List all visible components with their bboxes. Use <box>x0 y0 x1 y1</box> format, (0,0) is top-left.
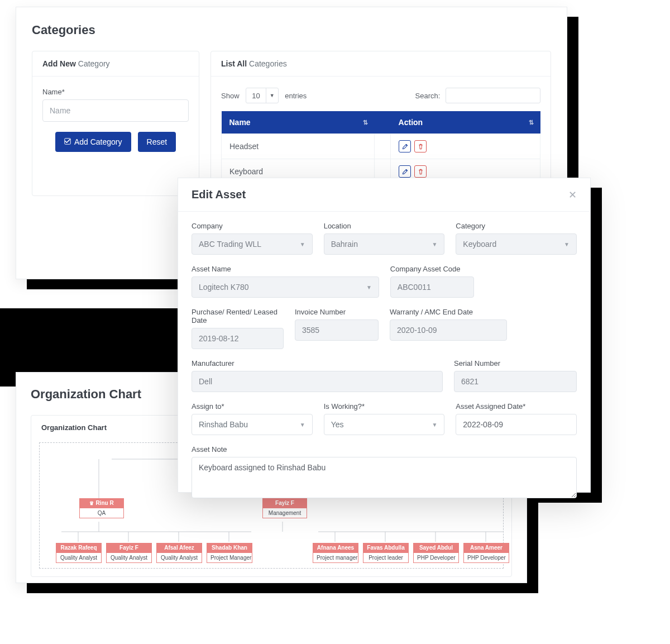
chevron-down-icon: ▼ <box>300 422 305 428</box>
chevron-down-icon: ▼ <box>366 284 372 290</box>
add-category-label: Add Category <box>74 137 122 146</box>
asset-note-label: Asset Note <box>192 445 577 454</box>
name-label: Name* <box>42 88 189 96</box>
cell-action <box>391 134 540 159</box>
chevron-down-icon: ▼ <box>432 422 437 428</box>
trash-icon[interactable] <box>414 140 427 152</box>
warranty-label: Warranty / AMC End Date <box>390 308 507 316</box>
add-new-category-card: Add New Category Name* Add Category Rese… <box>32 51 199 196</box>
purchase-date-input[interactable] <box>192 328 284 349</box>
cell-name: Headset <box>222 134 375 159</box>
th-action[interactable]: Action ⇅ <box>391 111 540 134</box>
th-name[interactable]: Name ⇅ <box>222 111 375 134</box>
org-node[interactable]: Afnana AneesProject manager <box>313 543 358 563</box>
asset-code-label: Company Asset Code <box>390 265 474 273</box>
close-icon[interactable]: ✕ <box>568 189 577 201</box>
category-select[interactable]: Keyboard▼ <box>456 233 577 255</box>
sort-icon: ⇅ <box>363 119 368 126</box>
table-row: Headset <box>222 134 540 159</box>
list-all-card-header: List All Categories <box>211 51 551 77</box>
show-label: Show <box>221 92 240 100</box>
asset-name-label: Asset Name <box>192 265 379 273</box>
company-label: Company <box>192 222 313 230</box>
assigned-date-input[interactable] <box>456 414 577 435</box>
is-working-label: Is Working?* <box>324 402 445 411</box>
crown-icon: ♛ <box>89 500 94 506</box>
edit-asset-title: Edit Asset <box>192 188 246 201</box>
add-new-card-header: Add New Category <box>32 51 199 77</box>
assign-to-select[interactable]: Rinshad Babu▼ <box>192 414 313 435</box>
manufacturer-label: Manufacturer <box>192 359 443 368</box>
org-node[interactable]: Afsal AfeezQuality Analyst <box>156 543 202 563</box>
entries-select[interactable]: 10 ▼ <box>246 88 278 103</box>
asset-note-textarea[interactable] <box>192 457 577 498</box>
warranty-input[interactable] <box>390 319 507 341</box>
edit-icon[interactable] <box>399 165 411 178</box>
asset-name-select[interactable]: Logitech K780▼ <box>192 276 379 298</box>
trash-icon[interactable] <box>414 165 427 178</box>
categories-title: Categories <box>32 23 551 37</box>
edit-asset-modal: Edit Asset ✕ Company ABC Trading WLL▼ Lo… <box>178 178 591 493</box>
search-input[interactable] <box>446 88 540 103</box>
search-control: Search: <box>415 88 540 103</box>
name-input[interactable] <box>42 99 189 122</box>
serial-input[interactable] <box>454 371 577 392</box>
location-label: Location <box>324 222 445 230</box>
add-category-button[interactable]: Add Category <box>55 132 131 152</box>
chevron-down-icon: ▼ <box>564 241 570 247</box>
chevron-down-icon: ▼ <box>432 241 437 247</box>
list-all-categories-card: List All Categories Show 10 ▼ entries Se… <box>210 51 551 196</box>
company-select[interactable]: ABC Trading WLL▼ <box>192 233 313 255</box>
entries-control: Show 10 ▼ entries <box>221 88 307 103</box>
org-node[interactable]: Favas AbdullaProject leader <box>363 543 409 563</box>
search-label: Search: <box>415 92 441 100</box>
org-node[interactable]: Asna AmeerPHP Developer <box>463 543 509 563</box>
category-label: Category <box>456 222 577 230</box>
location-select[interactable]: Bahrain▼ <box>324 233 445 255</box>
categories-table: Name ⇅ Action ⇅ HeadsetKeyboard <box>221 111 540 184</box>
org-node[interactable]: Fayiz FQuality Analyst <box>106 543 152 563</box>
org-node[interactable]: Sayed AbdulPHP Developer <box>413 543 459 563</box>
org-node[interactable]: Shadab KhanProject Manager <box>207 543 252 563</box>
invoice-label: Invoice Number <box>295 308 379 316</box>
entries-label: entries <box>285 92 307 100</box>
entries-value: 10 <box>246 92 265 100</box>
sort-icon: ⇅ <box>529 119 534 126</box>
chevron-down-icon: ▼ <box>266 88 278 103</box>
serial-label: Serial Number <box>454 359 577 368</box>
org-node-manager[interactable]: ♛Rinu R QA <box>79 498 124 518</box>
check-icon <box>64 137 71 146</box>
is-working-select[interactable]: Yes▼ <box>324 414 445 435</box>
assign-to-label: Assign to* <box>192 402 313 411</box>
assigned-date-label: Asset Assigned Date* <box>456 402 577 411</box>
reset-button[interactable]: Reset <box>138 132 176 152</box>
edit-icon[interactable] <box>399 140 411 152</box>
org-node[interactable]: Razak RafeeqQuality Analyst <box>56 543 102 563</box>
purchase-date-label: Purchase/ Rented/ Leased Date <box>192 308 284 325</box>
invoice-input[interactable] <box>295 319 379 341</box>
asset-code-input[interactable] <box>390 276 474 298</box>
reset-button-label: Reset <box>147 137 168 146</box>
manufacturer-input[interactable] <box>192 371 443 392</box>
chevron-down-icon: ▼ <box>300 241 305 247</box>
